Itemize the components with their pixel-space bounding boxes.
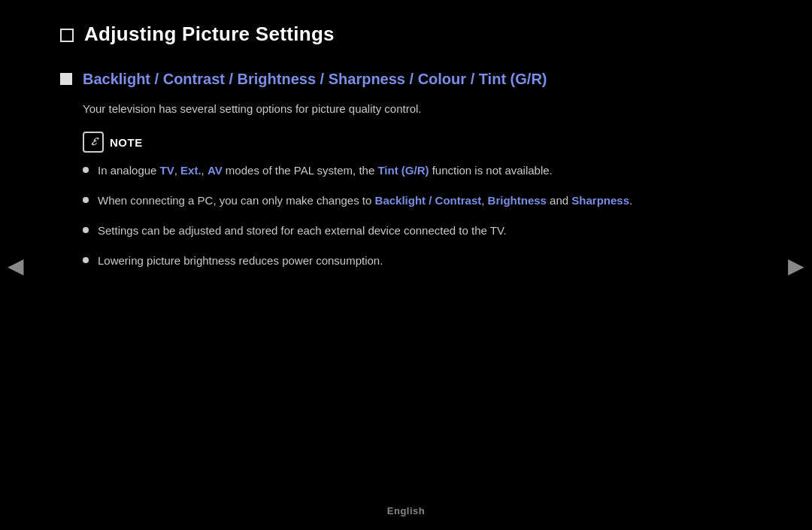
page-title: Adjusting Picture Settings	[84, 23, 335, 46]
title-checkbox-icon	[60, 29, 74, 42]
bullet-item-2: When connecting a PC, you can only make …	[83, 192, 677, 210]
bullet-item-3: Settings can be adjusted and stored for …	[83, 222, 677, 240]
footer-language: English	[387, 505, 425, 516]
bullet-dot-icon	[83, 197, 89, 203]
highlight-tv: TV	[160, 164, 174, 177]
section-title: Backlight / Contrast / Brightness / Shar…	[83, 68, 547, 89]
note-icon: 𝓔	[83, 132, 104, 153]
bullet-dot-icon	[83, 227, 89, 233]
section-header: Backlight / Contrast / Brightness / Shar…	[60, 68, 677, 89]
highlight-tint: Tint (G/R)	[377, 164, 429, 177]
note-header: 𝓔 NOTE	[83, 132, 677, 153]
note-label: NOTE	[110, 136, 143, 149]
bullet-text-2: When connecting a PC, you can only make …	[98, 192, 632, 210]
nav-arrow-left[interactable]: ◀	[8, 253, 24, 277]
highlight-backlight-contrast: Backlight / Contrast	[375, 194, 482, 207]
highlight-ext: Ext.	[180, 164, 201, 177]
highlight-brightness: Brightness	[488, 194, 547, 207]
main-content: Adjusting Picture Settings Backlight / C…	[0, 0, 737, 307]
nav-arrow-right[interactable]: ▶	[788, 253, 804, 277]
section-block: Backlight / Contrast / Brightness / Shar…	[60, 68, 677, 270]
section-description: Your television has several setting opti…	[83, 100, 677, 118]
bullet-item-1: In analogue TV, Ext., AV modes of the PA…	[83, 162, 677, 180]
bullet-item-4: Lowering picture brightness reduces powe…	[83, 252, 677, 270]
bullet-text-1: In analogue TV, Ext., AV modes of the PA…	[98, 162, 553, 180]
section-square-icon	[60, 73, 72, 85]
note-box: 𝓔 NOTE In analogue TV, Ext., AV modes of…	[83, 132, 677, 270]
highlight-sharpness: Sharpness	[571, 194, 629, 207]
bullet-text-3: Settings can be adjusted and stored for …	[98, 222, 507, 240]
bullet-text-4: Lowering picture brightness reduces powe…	[98, 252, 383, 270]
bullet-list: In analogue TV, Ext., AV modes of the PA…	[83, 162, 677, 270]
highlight-av: AV	[208, 164, 223, 177]
bullet-dot-icon	[83, 257, 89, 263]
bullet-dot-icon	[83, 167, 89, 173]
page-title-container: Adjusting Picture Settings	[60, 23, 677, 46]
